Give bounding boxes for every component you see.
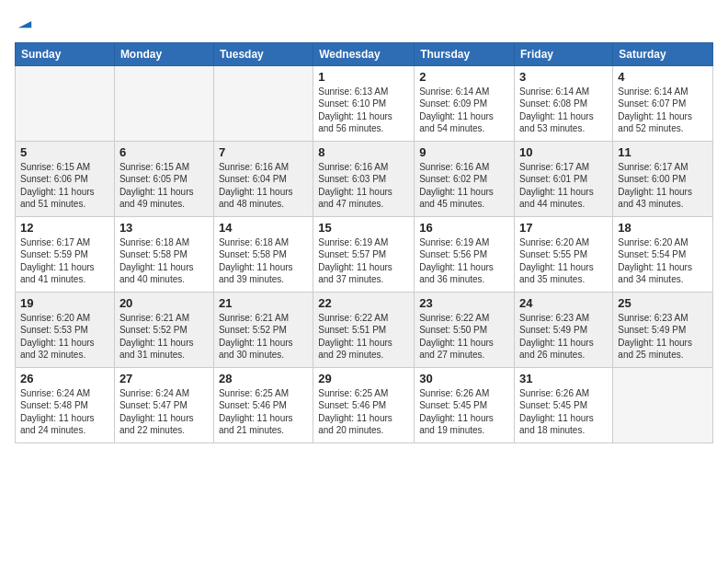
calendar-cell: 2Sunrise: 6:14 AM Sunset: 6:09 PM Daylig… xyxy=(415,65,515,141)
calendar-cell: 14Sunrise: 6:18 AM Sunset: 5:58 PM Dayli… xyxy=(213,216,313,292)
day-number: 9 xyxy=(419,145,509,159)
calendar-cell: 25Sunrise: 6:23 AM Sunset: 5:49 PM Dayli… xyxy=(613,292,713,367)
day-info: Sunrise: 6:24 AM Sunset: 5:47 PM Dayligh… xyxy=(119,387,209,437)
day-info: Sunrise: 6:20 AM Sunset: 5:53 PM Dayligh… xyxy=(20,312,109,362)
day-number: 29 xyxy=(318,372,409,385)
day-info: Sunrise: 6:23 AM Sunset: 5:49 PM Dayligh… xyxy=(519,312,608,362)
calendar-cell: 29Sunrise: 6:25 AM Sunset: 5:46 PM Dayli… xyxy=(313,367,415,442)
day-number: 3 xyxy=(519,70,608,84)
day-info: Sunrise: 6:21 AM Sunset: 5:52 PM Dayligh… xyxy=(219,312,308,362)
day-info: Sunrise: 6:14 AM Sunset: 6:07 PM Dayligh… xyxy=(618,86,708,135)
calendar-cell: 8Sunrise: 6:16 AM Sunset: 6:03 PM Daylig… xyxy=(313,141,415,216)
day-info: Sunrise: 6:18 AM Sunset: 5:58 PM Dayligh… xyxy=(219,236,308,286)
day-info: Sunrise: 6:17 AM Sunset: 5:59 PM Dayligh… xyxy=(20,236,109,286)
day-number: 23 xyxy=(419,296,509,310)
day-number: 20 xyxy=(119,296,209,310)
day-info: Sunrise: 6:20 AM Sunset: 5:55 PM Dayligh… xyxy=(519,236,608,286)
day-info: Sunrise: 6:20 AM Sunset: 5:54 PM Dayligh… xyxy=(618,236,708,286)
calendar-cell: 6Sunrise: 6:15 AM Sunset: 6:05 PM Daylig… xyxy=(114,141,213,216)
day-number: 18 xyxy=(618,221,708,235)
day-info: Sunrise: 6:21 AM Sunset: 5:52 PM Dayligh… xyxy=(119,312,209,362)
day-number: 22 xyxy=(318,296,409,310)
day-info: Sunrise: 6:22 AM Sunset: 5:51 PM Dayligh… xyxy=(318,312,409,362)
logo xyxy=(15,15,33,33)
day-number: 4 xyxy=(618,70,708,84)
day-info: Sunrise: 6:19 AM Sunset: 5:57 PM Dayligh… xyxy=(318,236,409,286)
day-info: Sunrise: 6:17 AM Sunset: 6:00 PM Dayligh… xyxy=(618,161,708,211)
day-number: 27 xyxy=(119,372,209,385)
day-number: 15 xyxy=(318,221,409,235)
calendar-cell: 7Sunrise: 6:16 AM Sunset: 6:04 PM Daylig… xyxy=(213,141,313,216)
calendar-cell xyxy=(16,65,115,141)
day-info: Sunrise: 6:15 AM Sunset: 6:06 PM Dayligh… xyxy=(20,161,109,211)
day-info: Sunrise: 6:14 AM Sunset: 6:08 PM Dayligh… xyxy=(519,86,608,135)
calendar-cell: 16Sunrise: 6:19 AM Sunset: 5:56 PM Dayli… xyxy=(415,216,515,292)
weekday-header-saturday: Saturday xyxy=(613,42,713,65)
calendar-cell: 17Sunrise: 6:20 AM Sunset: 5:55 PM Dayli… xyxy=(515,216,613,292)
calendar-cell: 30Sunrise: 6:26 AM Sunset: 5:45 PM Dayli… xyxy=(415,367,515,442)
day-info: Sunrise: 6:26 AM Sunset: 5:45 PM Dayligh… xyxy=(419,387,509,437)
calendar-week-row: 19Sunrise: 6:20 AM Sunset: 5:53 PM Dayli… xyxy=(16,292,713,367)
calendar-cell: 11Sunrise: 6:17 AM Sunset: 6:00 PM Dayli… xyxy=(613,141,713,216)
day-number: 26 xyxy=(20,372,109,385)
day-number: 31 xyxy=(519,372,608,385)
day-number: 14 xyxy=(219,221,308,235)
calendar-week-row: 1Sunrise: 6:13 AM Sunset: 6:10 PM Daylig… xyxy=(16,65,713,141)
day-info: Sunrise: 6:25 AM Sunset: 5:46 PM Dayligh… xyxy=(318,387,409,437)
weekday-header-row: SundayMondayTuesdayWednesdayThursdayFrid… xyxy=(16,42,713,65)
calendar-cell: 31Sunrise: 6:26 AM Sunset: 5:45 PM Dayli… xyxy=(515,367,613,442)
page-header xyxy=(15,15,713,33)
calendar-cell: 13Sunrise: 6:18 AM Sunset: 5:58 PM Dayli… xyxy=(114,216,213,292)
calendar-week-row: 5Sunrise: 6:15 AM Sunset: 6:06 PM Daylig… xyxy=(16,141,713,216)
calendar-cell: 18Sunrise: 6:20 AM Sunset: 5:54 PM Dayli… xyxy=(613,216,713,292)
day-number: 16 xyxy=(419,221,509,235)
day-number: 30 xyxy=(419,372,509,385)
day-info: Sunrise: 6:26 AM Sunset: 5:45 PM Dayligh… xyxy=(519,387,608,437)
day-info: Sunrise: 6:16 AM Sunset: 6:03 PM Dayligh… xyxy=(318,161,409,211)
calendar-cell: 28Sunrise: 6:25 AM Sunset: 5:46 PM Dayli… xyxy=(213,367,313,442)
day-info: Sunrise: 6:17 AM Sunset: 6:01 PM Dayligh… xyxy=(519,161,608,211)
calendar-cell: 3Sunrise: 6:14 AM Sunset: 6:08 PM Daylig… xyxy=(515,65,613,141)
calendar-cell xyxy=(114,65,213,141)
weekday-header-wednesday: Wednesday xyxy=(313,42,415,65)
day-number: 10 xyxy=(519,145,608,159)
day-number: 25 xyxy=(618,296,708,310)
day-info: Sunrise: 6:14 AM Sunset: 6:09 PM Dayligh… xyxy=(419,86,509,135)
day-info: Sunrise: 6:19 AM Sunset: 5:56 PM Dayligh… xyxy=(419,236,509,286)
page-container: SundayMondayTuesdayWednesdayThursdayFrid… xyxy=(0,0,728,563)
day-number: 21 xyxy=(219,296,308,310)
day-info: Sunrise: 6:15 AM Sunset: 6:05 PM Dayligh… xyxy=(119,161,209,211)
weekday-header-friday: Friday xyxy=(515,42,613,65)
day-number: 2 xyxy=(419,70,509,84)
calendar-cell: 26Sunrise: 6:24 AM Sunset: 5:48 PM Dayli… xyxy=(16,367,115,442)
calendar-cell: 19Sunrise: 6:20 AM Sunset: 5:53 PM Dayli… xyxy=(16,292,115,367)
calendar-cell: 27Sunrise: 6:24 AM Sunset: 5:47 PM Dayli… xyxy=(114,367,213,442)
calendar-week-row: 12Sunrise: 6:17 AM Sunset: 5:59 PM Dayli… xyxy=(16,216,713,292)
day-number: 28 xyxy=(219,372,308,385)
day-number: 19 xyxy=(20,296,109,310)
day-info: Sunrise: 6:13 AM Sunset: 6:10 PM Dayligh… xyxy=(318,86,409,135)
calendar-week-row: 26Sunrise: 6:24 AM Sunset: 5:48 PM Dayli… xyxy=(16,367,713,442)
day-info: Sunrise: 6:24 AM Sunset: 5:48 PM Dayligh… xyxy=(20,387,109,437)
weekday-header-sunday: Sunday xyxy=(16,42,115,65)
logo-icon xyxy=(17,13,33,29)
weekday-header-thursday: Thursday xyxy=(415,42,515,65)
day-info: Sunrise: 6:16 AM Sunset: 6:04 PM Dayligh… xyxy=(219,161,308,211)
calendar-table: SundayMondayTuesdayWednesdayThursdayFrid… xyxy=(15,42,713,443)
day-number: 12 xyxy=(20,221,109,235)
day-info: Sunrise: 6:18 AM Sunset: 5:58 PM Dayligh… xyxy=(119,236,209,286)
day-number: 8 xyxy=(318,145,409,159)
calendar-cell: 23Sunrise: 6:22 AM Sunset: 5:50 PM Dayli… xyxy=(415,292,515,367)
day-info: Sunrise: 6:22 AM Sunset: 5:50 PM Dayligh… xyxy=(419,312,509,362)
calendar-cell: 22Sunrise: 6:22 AM Sunset: 5:51 PM Dayli… xyxy=(313,292,415,367)
day-info: Sunrise: 6:25 AM Sunset: 5:46 PM Dayligh… xyxy=(219,387,308,437)
day-number: 13 xyxy=(119,221,209,235)
day-info: Sunrise: 6:23 AM Sunset: 5:49 PM Dayligh… xyxy=(618,312,708,362)
calendar-cell xyxy=(613,367,713,442)
day-number: 6 xyxy=(119,145,209,159)
day-info: Sunrise: 6:16 AM Sunset: 6:02 PM Dayligh… xyxy=(419,161,509,211)
day-number: 5 xyxy=(20,145,109,159)
svg-marker-0 xyxy=(18,21,31,28)
day-number: 7 xyxy=(219,145,308,159)
calendar-cell: 1Sunrise: 6:13 AM Sunset: 6:10 PM Daylig… xyxy=(313,65,415,141)
